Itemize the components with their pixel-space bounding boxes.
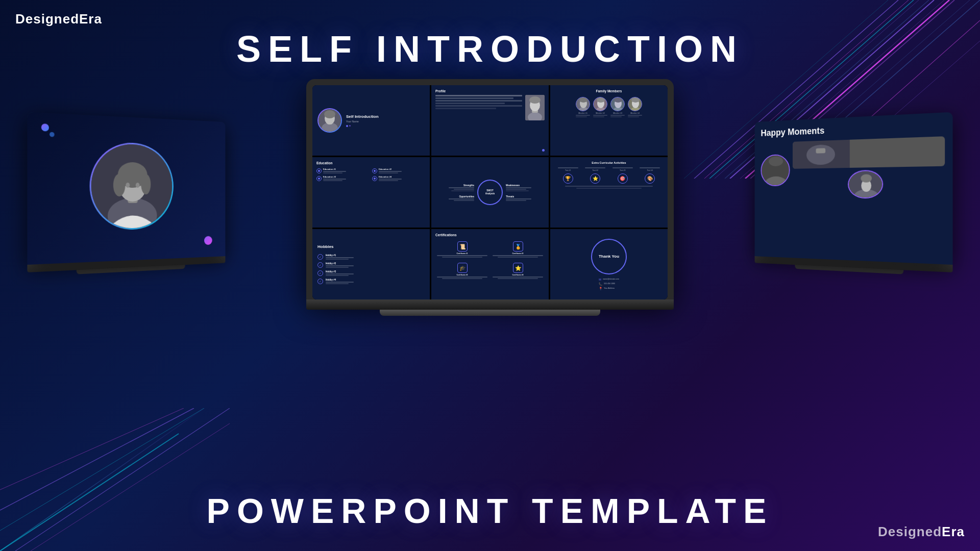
- hobby-2: ✓ Hobby #2: [317, 262, 425, 268]
- thankyou-circle: Thank You: [591, 239, 627, 274]
- cert-1: 📜 Certificate #1: [435, 240, 489, 259]
- cert-3: 🎓 Certificate #3: [435, 261, 489, 281]
- svg-point-28: [126, 183, 130, 188]
- intro-slide-subtitle: Your Name: [346, 120, 379, 123]
- laptop-left: [27, 112, 225, 277]
- edu-item-2: Education #2: [372, 168, 426, 173]
- svg-line-19: [15, 408, 230, 551]
- slide-family: Family Members Member #1: [550, 85, 668, 156]
- svg-point-27: [141, 174, 151, 194]
- brand-name-light-br: Designed: [878, 524, 942, 539]
- svg-point-34: [324, 110, 335, 118]
- brand-logo-tl: DesignedEra: [15, 11, 102, 27]
- svg-line-18: [0, 434, 179, 551]
- slide-self-intro: Self Introduction Your Name: [312, 85, 430, 156]
- svg-line-14: [0, 408, 204, 551]
- bg-decoration-bl: [0, 408, 230, 551]
- slide-hobbies: Hobbies ✓ Hobby #1: [312, 229, 430, 299]
- edu-item-3: Education #3: [316, 176, 370, 181]
- portrait-silhouette: [91, 143, 173, 229]
- slide-certifications: Certifications 📜 Certificate #1 🏅: [431, 229, 549, 299]
- svg-point-47: [597, 97, 605, 103]
- brand-name-light: Designed: [15, 11, 79, 27]
- main-laptop-base: [306, 299, 674, 310]
- contact-phone: 📞 555 456 1090: [599, 282, 615, 286]
- svg-point-39: [529, 96, 541, 104]
- slide-swot: Strengths Opportunities SWOTAnalysis: [431, 157, 549, 228]
- intro-slide-title: Self Introduction: [346, 114, 379, 119]
- edu-item-4: Education #4: [372, 176, 426, 181]
- brand-logo-br: DesignedEra: [878, 524, 965, 540]
- family-member-2: Member #2: [593, 97, 607, 117]
- family-member-4: Member #4: [628, 97, 642, 117]
- swot-threats: Threats: [506, 195, 531, 201]
- left-screen: [27, 112, 225, 265]
- brand-name-bold: Era: [79, 11, 102, 27]
- svg-line-16: [0, 408, 194, 510]
- extra-item-2: Text #2 ⭐: [585, 167, 605, 184]
- svg-line-17: [0, 408, 184, 490]
- svg-point-29: [136, 183, 140, 188]
- profile-slide-title: Profile: [435, 89, 545, 93]
- hobbies-slide-title: Hobbies: [317, 244, 425, 249]
- swot-strengths: Strengths: [449, 184, 474, 191]
- svg-point-26: [113, 173, 126, 196]
- brand-name-bold-br: Era: [942, 524, 965, 539]
- family-member-1: Member #1: [576, 97, 590, 117]
- hobby-3: ✓ Hobby #3: [317, 270, 425, 276]
- swot-opportunities: Opportunities: [449, 195, 474, 201]
- cert-slide-title: Certifications: [435, 233, 545, 237]
- main-title: SELF INTRODUCTION: [236, 28, 744, 70]
- extra-slide-title: Extra Curricular Activities: [554, 161, 664, 164]
- contact-address: 📍 Your Address: [599, 287, 615, 290]
- swot-center-circle: SWOTAnalysis: [477, 180, 503, 205]
- moment-photo-3: [847, 169, 883, 198]
- moment-photo-1: [761, 154, 790, 186]
- svg-line-20: [31, 423, 230, 551]
- right-screen: Happy Moments: [755, 112, 953, 265]
- hobby-1: ✓ Hobby #1: [317, 254, 425, 260]
- education-slide-title: Education: [316, 161, 426, 165]
- left-portrait-border: [90, 141, 174, 231]
- slide-profile: Profile: [431, 85, 549, 156]
- slide-education: Education Education #1: [312, 157, 430, 228]
- profile-photo: [525, 95, 545, 120]
- svg-line-15: [0, 408, 204, 531]
- family-member-3: Member #3: [610, 97, 625, 117]
- swot-weaknesses: Weaknesses: [506, 184, 531, 191]
- intro-avatar: [317, 108, 342, 133]
- main-screen-bezel: Self Introduction Your Name Profile: [306, 79, 674, 299]
- contact-email: ✉ name@domain.com: [599, 278, 619, 281]
- svg-point-55: [631, 97, 640, 103]
- family-slide-title: Family Members: [554, 89, 664, 93]
- right-slide-title: Happy Moments: [761, 120, 945, 139]
- moment-photo-2: [793, 136, 945, 169]
- main-screen: Self Introduction Your Name Profile: [312, 85, 668, 299]
- profile-portrait: [525, 95, 545, 120]
- main-laptop-foot: [380, 310, 600, 316]
- extra-item-4: Text #4 🎨: [640, 167, 660, 184]
- svg-point-51: [614, 97, 622, 103]
- hobby-4: ✓ Hobby #4: [317, 279, 425, 284]
- slide-thankyou: Thank You ✉ name@domain.com 📞 555 456 10…: [550, 229, 668, 299]
- intro-portrait: [318, 109, 341, 132]
- extra-item-1: Text #1 🏆: [558, 167, 578, 184]
- extra-item-3: Text #3 🎯: [612, 167, 633, 184]
- thankyou-text: Thank You: [599, 254, 619, 259]
- edu-item-1: Education #1: [316, 168, 370, 173]
- laptop-right: Happy Moments: [755, 112, 953, 277]
- cert-4: ⭐ Certificate #4: [491, 261, 545, 281]
- cert-2: 🏅 Certificate #2: [491, 240, 545, 259]
- slide-extra: Extra Curricular Activities Text #1 🏆 Te…: [550, 157, 668, 228]
- svg-rect-62: [816, 148, 826, 153]
- svg-point-43: [579, 97, 587, 103]
- laptop-main: Self Introduction Your Name Profile: [306, 79, 674, 316]
- bottom-title: POWERPOINT TEMPLATE: [207, 491, 774, 531]
